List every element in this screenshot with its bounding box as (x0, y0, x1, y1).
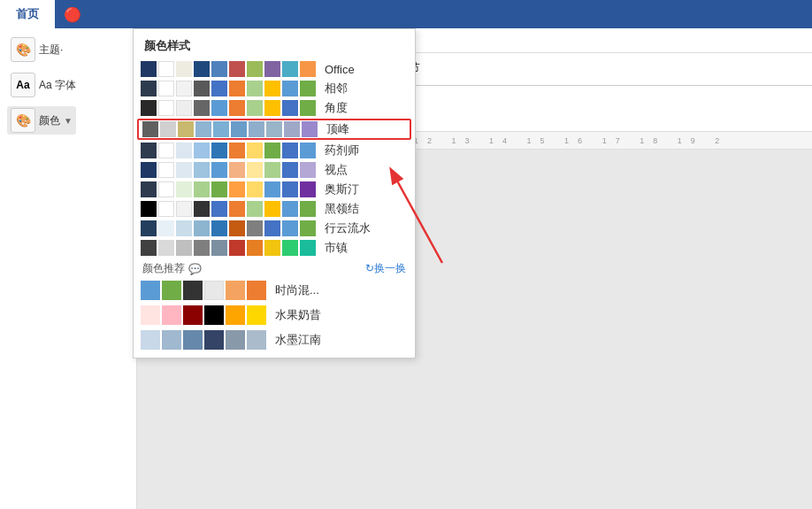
ink-label: 水墨江南 (275, 332, 321, 348)
theme-button[interactable]: 🎨 主题· (7, 35, 66, 64)
viewpoint-label: 视点 (325, 162, 378, 178)
fruits-label: 水果奶昔 (275, 307, 321, 323)
adjacent-swatches (141, 81, 316, 96)
angle-swatches (141, 100, 316, 116)
austin-label: 奥斯汀 (325, 181, 378, 197)
color-row-angle[interactable]: 角度 (134, 98, 415, 118)
fruits-swatches (141, 305, 266, 325)
office-label: Office (325, 63, 378, 76)
font-label: Aa 字体 (39, 78, 76, 93)
color-row-pharmacist[interactable]: 药剂师 (134, 141, 415, 160)
fashion-label: 时尚混... (275, 282, 319, 298)
flowing-swatches (141, 220, 316, 236)
recommend-section-header: 颜色推荐 💬 ↻换一换 (134, 258, 415, 278)
town-swatches (141, 240, 316, 256)
color-dropdown-arrow: ▼ (64, 116, 73, 126)
recommend-row-fashion[interactable]: 时尚混... (134, 278, 415, 303)
color-row-adjacent[interactable]: 相邻 (134, 79, 415, 98)
viewpoint-swatches (141, 162, 316, 178)
office-swatches (141, 61, 316, 77)
peak-label: 顶峰 (326, 121, 379, 137)
font-icon: Aa (11, 73, 35, 97)
recommend-label: 颜色推荐 (142, 261, 185, 276)
recommend-row-fruits[interactable]: 水果奶昔 (134, 303, 415, 328)
panel-title: 颜色样式 (134, 35, 415, 59)
tab-homepage[interactable]: 首页 (0, 0, 55, 28)
theme-label: 主题· (39, 42, 63, 58)
color-button[interactable]: 🎨 颜色 ▼ (7, 106, 76, 135)
austin-swatches (141, 181, 316, 197)
town-label: 市镇 (325, 240, 378, 256)
main-area: 🎨 主题· Aa Aa 字体 🎨 颜色 ▼ 颜色样式 (0, 28, 812, 509)
app-logo: 🔴 (55, 0, 90, 28)
top-tab-bar: 首页 🔴 (0, 0, 812, 28)
color-icon: 🎨 (11, 108, 35, 133)
color-row-bowtie[interactable]: 黑领结 (134, 199, 415, 219)
color-row-austin[interactable]: 奥斯汀 (134, 180, 415, 199)
bowtie-label: 黑领结 (325, 201, 378, 217)
adjacent-label: 相邻 (325, 81, 378, 96)
color-row-viewpoint[interactable]: 视点 (134, 160, 415, 180)
peak-swatches (142, 121, 318, 137)
color-row: 🎨 颜色 ▼ (4, 104, 133, 136)
recommend-chat-icon: 💬 (188, 263, 202, 275)
angle-label: 角度 (325, 100, 378, 116)
recommend-row-ink[interactable]: 水墨江南 (134, 328, 415, 352)
pharmacist-swatches (141, 143, 316, 158)
flowing-label: 行云流水 (325, 220, 378, 236)
color-row-flowing[interactable]: 行云流水 (134, 219, 415, 238)
fashion-swatches (141, 281, 266, 300)
left-ribbon: 🎨 主题· Aa Aa 字体 🎨 颜色 ▼ (0, 28, 137, 509)
theme-row: 🎨 主题· (4, 34, 133, 66)
font-button[interactable]: Aa Aa 字体 (7, 71, 80, 99)
ink-swatches (141, 330, 266, 350)
color-style-panel: 颜色样式 Office (133, 28, 416, 359)
pharmacist-label: 药剂师 (325, 143, 378, 158)
color-label: 颜色 (39, 113, 60, 128)
refresh-button[interactable]: ↻换一换 (365, 261, 406, 276)
color-row-office[interactable]: Office (134, 59, 415, 79)
color-row-peak[interactable]: 顶峰 (137, 119, 411, 140)
color-row-town[interactable]: 市镇 (134, 238, 415, 258)
font-row: Aa Aa 字体 (4, 69, 133, 101)
theme-icon: 🎨 (11, 37, 35, 62)
bowtie-swatches (141, 201, 316, 217)
